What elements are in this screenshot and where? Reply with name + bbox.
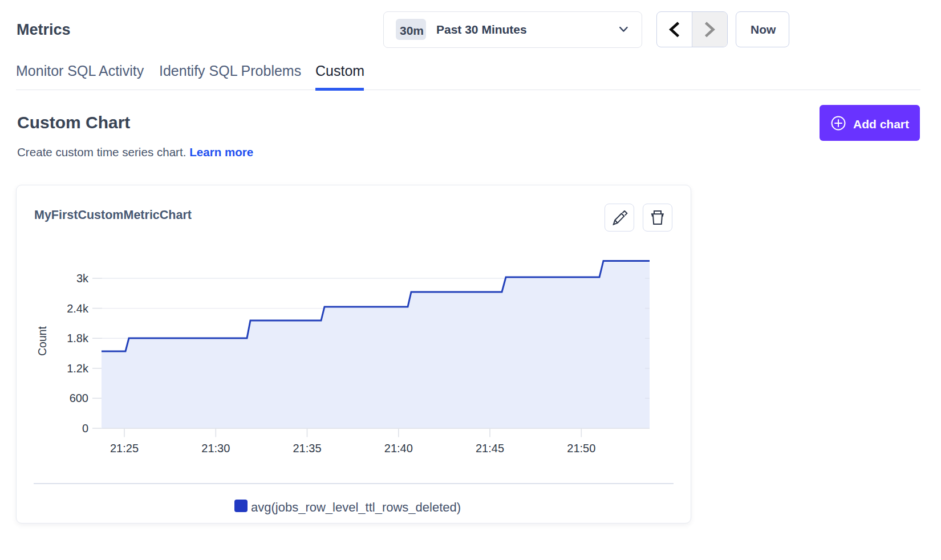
svg-text:2.4k: 2.4k bbox=[67, 302, 89, 315]
svg-text:21:35: 21:35 bbox=[293, 442, 321, 455]
svg-text:1.8k: 1.8k bbox=[67, 332, 89, 344]
svg-text:21:30: 21:30 bbox=[201, 442, 230, 455]
svg-text:Count: Count bbox=[36, 326, 48, 356]
svg-text:21:45: 21:45 bbox=[476, 442, 504, 455]
svg-text:21:25: 21:25 bbox=[110, 442, 139, 455]
svg-text:600: 600 bbox=[70, 392, 88, 404]
svg-text:0: 0 bbox=[82, 422, 88, 435]
svg-text:21:50: 21:50 bbox=[567, 442, 595, 455]
svg-text:3k: 3k bbox=[76, 272, 89, 285]
svg-text:21:40: 21:40 bbox=[384, 442, 413, 455]
svg-text:1.2k: 1.2k bbox=[67, 362, 89, 375]
